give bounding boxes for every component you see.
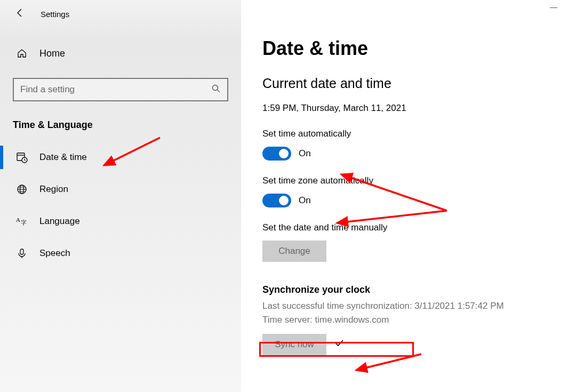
sync-now-button[interactable]: Sync now (262, 334, 326, 355)
search-input[interactable] (13, 78, 228, 101)
label-manual: Set the date and time manually (262, 222, 560, 233)
toggle-set-time-auto-state: On (299, 148, 311, 159)
sync-heading: Synchronize your clock (262, 284, 560, 295)
back-arrow-icon[interactable] (15, 7, 26, 20)
section-current: Current date and time (262, 76, 560, 91)
svg-text:A: A (16, 217, 20, 223)
sidebar-item-home[interactable]: Home (0, 37, 241, 69)
check-icon (334, 338, 345, 351)
sidebar-item-label: Language (39, 216, 80, 227)
calendar-clock-icon (16, 151, 28, 163)
search-field[interactable] (20, 84, 191, 95)
language-icon: A字 (16, 216, 28, 227)
svg-rect-14 (20, 249, 23, 254)
label-set-time-auto: Set time automatically (262, 129, 560, 139)
globe-icon (16, 184, 28, 195)
minimize-icon[interactable] (550, 7, 557, 8)
category-title: Time & Language (13, 119, 241, 131)
sidebar-item-speech[interactable]: Speech (0, 237, 241, 269)
svg-point-0 (213, 85, 218, 91)
label-set-tz-auto: Set time zone automatically (262, 175, 560, 186)
titlebar: Settings (0, 0, 241, 28)
svg-text:字: 字 (21, 219, 27, 226)
toggle-set-tz-auto-state: On (299, 195, 311, 206)
toggle-set-time-auto[interactable] (262, 147, 291, 161)
sidebar-item-date-time[interactable]: Date & time (0, 141, 241, 173)
sidebar-item-label: Region (39, 184, 68, 195)
page-title: Date & time (262, 37, 560, 60)
home-label: Home (39, 48, 65, 59)
main-content: Date & time Current date and time 1:59 P… (241, 0, 576, 392)
svg-line-1 (218, 90, 220, 93)
sidebar-item-language[interactable]: A字 Language (0, 205, 241, 237)
sidebar: Settings Home Time & Language Date & tim… (0, 0, 241, 392)
home-icon (16, 48, 28, 59)
search-icon (211, 84, 221, 95)
window-title: Settings (41, 10, 69, 19)
toggle-set-tz-auto[interactable] (262, 194, 291, 207)
time-server-text: Time server: time.windows.com (262, 314, 560, 326)
sidebar-item-region[interactable]: Region (0, 173, 241, 205)
sidebar-item-label: Speech (39, 248, 70, 259)
last-sync-text: Last successful time synchronization: 3/… (262, 300, 560, 313)
sidebar-item-label: Date & time (39, 152, 87, 163)
current-datetime: 1:59 PM, Thursday, March 11, 2021 (262, 103, 560, 114)
microphone-icon (16, 248, 28, 259)
change-button[interactable]: Change (262, 241, 326, 262)
